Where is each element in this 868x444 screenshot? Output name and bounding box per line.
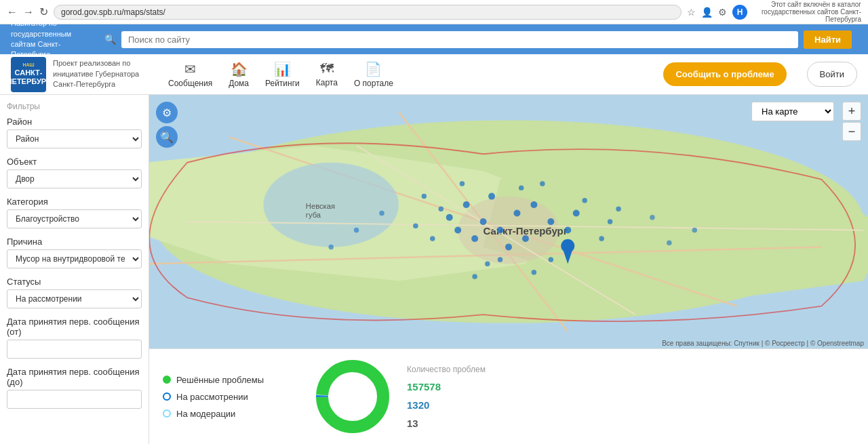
bookmark-icon[interactable]: ☆ [687, 7, 696, 18]
search-input[interactable] [121, 31, 798, 48]
ratings-icon: 📊 [274, 61, 291, 77]
svg-point-40 [413, 223, 418, 228]
filter-date-to-label: Дата принятия перв. сообщения (до) [7, 367, 142, 387]
svg-point-18 [497, 226, 504, 233]
search-map-button[interactable]: 🔍 [156, 126, 178, 148]
extensions-icon[interactable]: ⚙ [718, 7, 727, 18]
svg-point-15 [488, 193, 495, 200]
search-icon: 🔍 [104, 34, 116, 45]
legend-dot-review [163, 392, 171, 401]
svg-point-24 [446, 214, 453, 221]
svg-point-22 [471, 235, 478, 242]
svg-point-19 [530, 201, 537, 208]
filter-reason-label: Причина [7, 237, 142, 247]
filter-date-from-input[interactable] [7, 340, 142, 359]
svg-point-16 [513, 210, 520, 217]
svg-point-45 [650, 215, 654, 220]
back-button[interactable]: ← [7, 6, 18, 18]
map-container[interactable]: Санкт-Петербург Невская губа [149, 95, 868, 348]
legend-dot-resolved [163, 376, 171, 384]
svg-text:Невская: Невская [306, 202, 335, 210]
filter-reason-select[interactable]: Мусор на внутридворовой терр... Ямы на д… [7, 249, 142, 268]
map-copyright: Все права защищены: Спутник | © Росреест… [662, 340, 864, 347]
svg-point-23 [564, 226, 571, 233]
legend-moderation-label: На модерации [176, 409, 235, 419]
donut-chart [312, 356, 393, 437]
search-button[interactable]: Найти [804, 31, 852, 49]
map-stats-area: Санкт-Петербург Невская губа [149, 95, 868, 444]
zoom-in-button[interactable]: + [842, 102, 861, 121]
svg-point-42 [472, 274, 477, 279]
svg-point-41 [616, 207, 620, 211]
nav-map[interactable]: 🗺 Карта [309, 57, 344, 92]
svg-point-31 [599, 236, 604, 241]
legend-dot-moderation [163, 409, 171, 418]
stats-numbers-title: Количество проблем [407, 365, 486, 374]
filter-district-select[interactable]: Район Адмиралтейский Василеостровский [7, 129, 142, 148]
filter-map-button[interactable]: ⚙ [156, 102, 178, 123]
stats-bar: Решённые проблемы На рассмотрении На мод… [149, 348, 868, 444]
svg-point-44 [379, 211, 384, 216]
svg-point-32 [498, 257, 502, 262]
filter-date-from-label: Дата принятия перв. сообщения (от) [7, 317, 142, 337]
nav-messages-label: Сообщения [168, 79, 212, 88]
legend-review-label: На рассмотрении [176, 392, 248, 402]
svg-point-37 [549, 257, 553, 262]
legend-review: На рассмотрении [163, 392, 298, 402]
url-bar[interactable]: gorod.gov.spb.ru/maps/stats/ [54, 5, 682, 20]
svg-point-20 [547, 218, 554, 225]
svg-point-21 [522, 235, 529, 242]
messages-icon: ✉ [184, 61, 196, 77]
nav-ratings[interactable]: 📊 Рейтинги [258, 57, 307, 92]
filter-object-label: Объект [7, 157, 142, 167]
nav-about-label: О портале [354, 79, 393, 88]
site-logo[interactable]: НАШ САНКТ- ПЕТЕРБУРГ [11, 57, 46, 92]
donut-svg [312, 356, 393, 437]
nav-map-label: Карта [316, 78, 338, 87]
svg-point-46 [692, 228, 697, 233]
nav-about[interactable]: 📄 О портале [347, 57, 400, 92]
svg-point-17 [480, 218, 487, 225]
svg-point-38 [460, 181, 465, 186]
header-navigation: ✉ Сообщения 🏠 Дома 📊 Рейтинги 🗺 Карта 📄 … [161, 57, 400, 92]
stat-review-value: 1320 [407, 399, 486, 411]
login-button[interactable]: Войти [807, 62, 857, 87]
filter-date-to: Дата принятия перв. сообщения (до) [7, 367, 142, 409]
svg-point-14 [463, 201, 470, 208]
svg-point-47 [354, 228, 359, 233]
nav-info-text: Этот сайт включён в каталог государствен… [753, 1, 861, 23]
site-header: НАШ САНКТ- ПЕТЕРБУРГ Проект реализован п… [0, 54, 868, 95]
zoom-controls: + − [842, 102, 861, 141]
nav-houses-label: Дома [229, 79, 249, 88]
map-view-selector-area: На карте В таблице [751, 102, 834, 121]
houses-icon: 🏠 [231, 61, 248, 77]
report-problem-button[interactable]: Сообщить о проблеме [663, 62, 786, 86]
stat-moderation-value: 13 [407, 418, 486, 429]
filter-category: Категория Благоустройство ЖКХ Дороги [7, 197, 142, 228]
filter-object: Объект Двор Дом Улица [7, 157, 142, 188]
filter-reason: Причина Мусор на внутридворовой терр... … [7, 237, 142, 268]
map-view-select[interactable]: На карте В таблице [751, 102, 834, 121]
filter-status-select[interactable]: На рассмотрении Решено На модерации [7, 289, 142, 308]
nav-houses[interactable]: 🏠 Дома [222, 57, 256, 92]
avatar[interactable]: H [732, 5, 747, 20]
filter-district-label: Район [7, 117, 142, 127]
svg-text:губа: губа [306, 211, 321, 219]
about-icon: 📄 [365, 61, 382, 77]
zoom-out-button[interactable]: − [842, 122, 861, 141]
svg-point-27 [573, 210, 580, 217]
filter-category-label: Категория [7, 197, 142, 207]
stats-numbers: Количество проблем 157578 1320 13 [407, 365, 486, 429]
nav-messages[interactable]: ✉ Сообщения [161, 57, 219, 92]
logo-area: НАШ САНКТ- ПЕТЕРБУРГ Проект реализован п… [11, 57, 141, 92]
filter-date-to-input[interactable] [7, 390, 142, 409]
forward-button[interactable]: → [23, 6, 34, 18]
svg-point-39 [540, 181, 545, 186]
filter-category-select[interactable]: Благоустройство ЖКХ Дороги [7, 209, 142, 228]
filter-object-select[interactable]: Двор Дом Улица [7, 169, 142, 188]
svg-point-43 [532, 270, 536, 275]
profile-icon[interactable]: 👤 [701, 7, 713, 18]
refresh-button[interactable]: ↻ [39, 5, 48, 18]
map-icon: 🗺 [320, 61, 334, 77]
nav-ratings-label: Рейтинги [265, 79, 300, 88]
